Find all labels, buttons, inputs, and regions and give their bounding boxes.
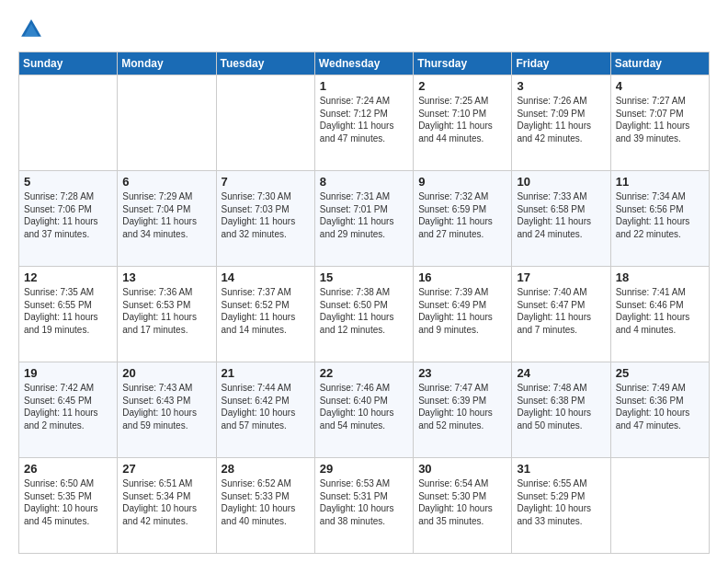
calendar-cell: 7Sunrise: 7:30 AM Sunset: 7:03 PM Daylig… bbox=[216, 171, 314, 267]
day-number: 22 bbox=[320, 366, 408, 380]
calendar-cell: 25Sunrise: 7:49 AM Sunset: 6:36 PM Dayli… bbox=[610, 362, 709, 458]
day-number: 8 bbox=[320, 175, 408, 189]
day-info: Sunrise: 6:54 AM Sunset: 5:30 PM Dayligh… bbox=[418, 477, 506, 527]
calendar-week-row: 1Sunrise: 7:24 AM Sunset: 7:12 PM Daylig… bbox=[19, 75, 710, 171]
calendar-cell: 13Sunrise: 7:36 AM Sunset: 6:53 PM Dayli… bbox=[118, 267, 216, 362]
calendar-cell: 14Sunrise: 7:37 AM Sunset: 6:52 PM Dayli… bbox=[216, 267, 314, 362]
calendar-cell: 8Sunrise: 7:31 AM Sunset: 7:01 PM Daylig… bbox=[314, 171, 413, 267]
day-info: Sunrise: 7:24 AM Sunset: 7:12 PM Dayligh… bbox=[320, 95, 408, 144]
day-number: 23 bbox=[418, 366, 506, 380]
calendar-cell: 27Sunrise: 6:51 AM Sunset: 5:34 PM Dayli… bbox=[118, 458, 216, 554]
day-info: Sunrise: 7:38 AM Sunset: 6:50 PM Dayligh… bbox=[320, 286, 408, 336]
day-number: 14 bbox=[222, 270, 310, 284]
calendar-day-header: Monday bbox=[118, 52, 216, 75]
day-number: 19 bbox=[24, 366, 112, 380]
day-info: Sunrise: 7:25 AM Sunset: 7:10 PM Dayligh… bbox=[418, 95, 506, 144]
day-number: 20 bbox=[122, 366, 210, 380]
day-info: Sunrise: 7:43 AM Sunset: 6:43 PM Dayligh… bbox=[122, 382, 210, 431]
day-number: 9 bbox=[418, 175, 506, 189]
calendar-cell: 15Sunrise: 7:38 AM Sunset: 6:50 PM Dayli… bbox=[314, 267, 413, 362]
logo-icon bbox=[18, 17, 44, 42]
calendar-day-header: Wednesday bbox=[314, 52, 413, 75]
calendar-table: SundayMondayTuesdayWednesdayThursdayFrid… bbox=[18, 52, 710, 554]
calendar-cell: 28Sunrise: 6:52 AM Sunset: 5:33 PM Dayli… bbox=[216, 458, 314, 554]
day-info: Sunrise: 7:48 AM Sunset: 6:38 PM Dayligh… bbox=[517, 382, 605, 431]
day-info: Sunrise: 7:35 AM Sunset: 6:55 PM Dayligh… bbox=[24, 286, 112, 336]
day-number: 30 bbox=[418, 462, 506, 476]
day-number: 2 bbox=[418, 79, 506, 93]
calendar-cell: 16Sunrise: 7:39 AM Sunset: 6:49 PM Dayli… bbox=[414, 267, 512, 362]
day-number: 17 bbox=[517, 270, 605, 284]
calendar-cell: 30Sunrise: 6:54 AM Sunset: 5:30 PM Dayli… bbox=[414, 458, 512, 554]
calendar-cell: 11Sunrise: 7:34 AM Sunset: 6:56 PM Dayli… bbox=[610, 171, 709, 267]
calendar-day-header: Tuesday bbox=[216, 52, 314, 75]
day-info: Sunrise: 7:34 AM Sunset: 6:56 PM Dayligh… bbox=[616, 190, 704, 240]
header bbox=[18, 17, 710, 42]
day-number: 16 bbox=[418, 270, 506, 284]
day-info: Sunrise: 7:37 AM Sunset: 6:52 PM Dayligh… bbox=[222, 286, 310, 336]
day-number: 26 bbox=[24, 462, 112, 476]
day-info: Sunrise: 7:29 AM Sunset: 7:04 PM Dayligh… bbox=[122, 190, 210, 240]
day-number: 3 bbox=[517, 79, 605, 93]
day-number: 1 bbox=[320, 79, 408, 93]
calendar-cell: 1Sunrise: 7:24 AM Sunset: 7:12 PM Daylig… bbox=[314, 75, 413, 171]
page: SundayMondayTuesdayWednesdayThursdayFrid… bbox=[0, 0, 728, 563]
day-number: 11 bbox=[616, 175, 704, 189]
calendar-cell: 9Sunrise: 7:32 AM Sunset: 6:59 PM Daylig… bbox=[414, 171, 512, 267]
day-number: 21 bbox=[222, 366, 310, 380]
day-number: 25 bbox=[616, 366, 704, 380]
calendar-cell bbox=[610, 458, 709, 554]
day-number: 12 bbox=[24, 270, 112, 284]
day-info: Sunrise: 7:36 AM Sunset: 6:53 PM Dayligh… bbox=[122, 286, 210, 336]
calendar-cell bbox=[19, 75, 118, 171]
day-number: 5 bbox=[24, 175, 112, 189]
day-number: 27 bbox=[122, 462, 210, 476]
calendar-cell bbox=[216, 75, 314, 171]
day-info: Sunrise: 7:31 AM Sunset: 7:01 PM Dayligh… bbox=[320, 190, 408, 240]
calendar-cell: 6Sunrise: 7:29 AM Sunset: 7:04 PM Daylig… bbox=[118, 171, 216, 267]
day-info: Sunrise: 7:42 AM Sunset: 6:45 PM Dayligh… bbox=[24, 382, 112, 431]
day-number: 29 bbox=[320, 462, 408, 476]
calendar-day-header: Thursday bbox=[414, 52, 512, 75]
calendar-cell: 18Sunrise: 7:41 AM Sunset: 6:46 PM Dayli… bbox=[610, 267, 709, 362]
day-info: Sunrise: 6:51 AM Sunset: 5:34 PM Dayligh… bbox=[122, 477, 210, 527]
calendar-cell: 10Sunrise: 7:33 AM Sunset: 6:58 PM Dayli… bbox=[512, 171, 610, 267]
day-number: 31 bbox=[517, 462, 605, 476]
day-info: Sunrise: 7:32 AM Sunset: 6:59 PM Dayligh… bbox=[418, 190, 506, 240]
day-info: Sunrise: 7:28 AM Sunset: 7:06 PM Dayligh… bbox=[24, 190, 112, 240]
day-info: Sunrise: 6:55 AM Sunset: 5:29 PM Dayligh… bbox=[517, 477, 605, 527]
calendar-week-row: 12Sunrise: 7:35 AM Sunset: 6:55 PM Dayli… bbox=[19, 267, 710, 362]
day-number: 13 bbox=[122, 270, 210, 284]
calendar-cell: 21Sunrise: 7:44 AM Sunset: 6:42 PM Dayli… bbox=[216, 362, 314, 458]
day-number: 7 bbox=[222, 175, 310, 189]
calendar-day-header: Sunday bbox=[19, 52, 118, 75]
day-info: Sunrise: 6:52 AM Sunset: 5:33 PM Dayligh… bbox=[222, 477, 310, 527]
day-info: Sunrise: 6:53 AM Sunset: 5:31 PM Dayligh… bbox=[320, 477, 408, 527]
day-info: Sunrise: 7:41 AM Sunset: 6:46 PM Dayligh… bbox=[616, 286, 704, 336]
calendar-cell: 3Sunrise: 7:26 AM Sunset: 7:09 PM Daylig… bbox=[512, 75, 610, 171]
calendar-week-row: 5Sunrise: 7:28 AM Sunset: 7:06 PM Daylig… bbox=[19, 171, 710, 267]
day-number: 28 bbox=[222, 462, 310, 476]
day-info: Sunrise: 7:49 AM Sunset: 6:36 PM Dayligh… bbox=[616, 382, 704, 431]
day-info: Sunrise: 7:26 AM Sunset: 7:09 PM Dayligh… bbox=[517, 95, 605, 144]
calendar-cell: 19Sunrise: 7:42 AM Sunset: 6:45 PM Dayli… bbox=[19, 362, 118, 458]
day-number: 24 bbox=[517, 366, 605, 380]
calendar-cell: 26Sunrise: 6:50 AM Sunset: 5:35 PM Dayli… bbox=[19, 458, 118, 554]
calendar-cell: 31Sunrise: 6:55 AM Sunset: 5:29 PM Dayli… bbox=[512, 458, 610, 554]
calendar-cell: 5Sunrise: 7:28 AM Sunset: 7:06 PM Daylig… bbox=[19, 171, 118, 267]
day-info: Sunrise: 7:39 AM Sunset: 6:49 PM Dayligh… bbox=[418, 286, 506, 336]
calendar-day-header: Friday bbox=[512, 52, 610, 75]
calendar-day-header: Saturday bbox=[610, 52, 709, 75]
day-info: Sunrise: 7:47 AM Sunset: 6:39 PM Dayligh… bbox=[418, 382, 506, 431]
day-info: Sunrise: 7:27 AM Sunset: 7:07 PM Dayligh… bbox=[616, 95, 704, 144]
calendar-cell: 29Sunrise: 6:53 AM Sunset: 5:31 PM Dayli… bbox=[314, 458, 413, 554]
calendar-week-row: 26Sunrise: 6:50 AM Sunset: 5:35 PM Dayli… bbox=[19, 458, 710, 554]
calendar-cell: 17Sunrise: 7:40 AM Sunset: 6:47 PM Dayli… bbox=[512, 267, 610, 362]
day-number: 18 bbox=[616, 270, 704, 284]
day-info: Sunrise: 7:33 AM Sunset: 6:58 PM Dayligh… bbox=[517, 190, 605, 240]
calendar-cell: 24Sunrise: 7:48 AM Sunset: 6:38 PM Dayli… bbox=[512, 362, 610, 458]
calendar-cell: 4Sunrise: 7:27 AM Sunset: 7:07 PM Daylig… bbox=[610, 75, 709, 171]
calendar-cell: 12Sunrise: 7:35 AM Sunset: 6:55 PM Dayli… bbox=[19, 267, 118, 362]
logo bbox=[18, 17, 48, 42]
day-info: Sunrise: 6:50 AM Sunset: 5:35 PM Dayligh… bbox=[24, 477, 112, 527]
